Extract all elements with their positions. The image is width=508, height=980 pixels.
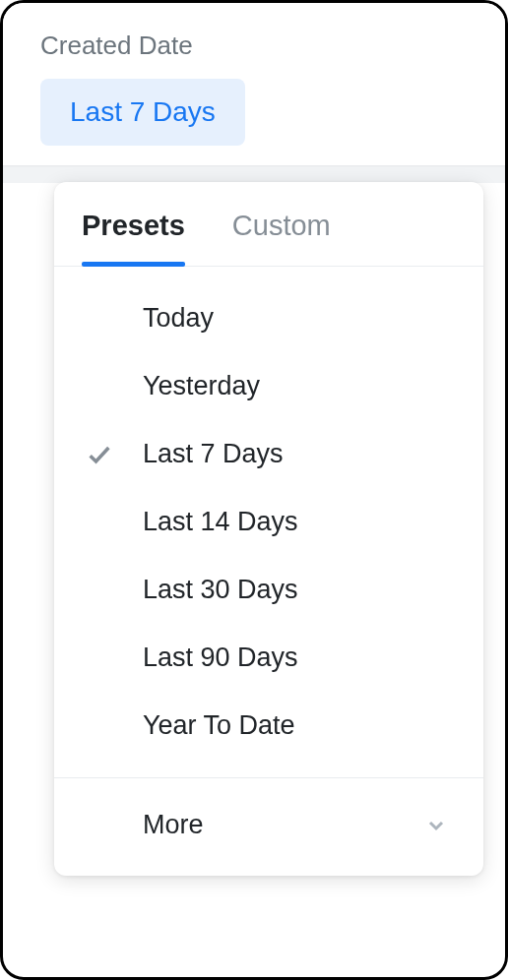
preset-option-year-to-date[interactable]: Year To Date <box>54 692 483 760</box>
check-icon <box>86 441 113 468</box>
presets-list: Today Yesterday Last 7 Days Last 14 Days <box>54 267 483 777</box>
tab-presets[interactable]: Presets <box>82 182 185 266</box>
preset-label: Today <box>143 303 214 334</box>
more-button[interactable]: More <box>54 778 483 876</box>
tab-custom[interactable]: Custom <box>232 182 331 266</box>
preset-label: Yesterday <box>143 371 260 401</box>
preset-option-last-30-days[interactable]: Last 30 Days <box>54 556 483 624</box>
more-label: More <box>143 810 204 840</box>
tabs-bar: Presets Custom <box>54 182 483 267</box>
header-area: Created Date Last 7 Days <box>3 3 505 165</box>
filter-label: Created Date <box>40 31 468 61</box>
preset-option-yesterday[interactable]: Yesterday <box>54 352 483 420</box>
preset-option-today[interactable]: Today <box>54 284 483 352</box>
preset-label: Last 90 Days <box>143 643 298 673</box>
preset-option-last-14-days[interactable]: Last 14 Days <box>54 488 483 556</box>
preset-option-last-7-days[interactable]: Last 7 Days <box>54 420 483 488</box>
date-dropdown-panel: Presets Custom Today Yesterday <box>54 182 483 876</box>
preset-label: Year To Date <box>143 710 295 741</box>
preset-label: Last 30 Days <box>143 575 298 605</box>
preset-option-last-90-days[interactable]: Last 90 Days <box>54 624 483 692</box>
check-slot <box>82 441 143 468</box>
selected-date-chip[interactable]: Last 7 Days <box>40 79 245 146</box>
preset-label: Last 14 Days <box>143 507 298 537</box>
chevron-down-icon <box>424 814 448 837</box>
preset-label: Last 7 Days <box>143 439 284 469</box>
divider <box>3 165 505 183</box>
more-section: More <box>54 777 483 876</box>
date-picker-frame: Created Date Last 7 Days Presets Custom … <box>0 0 508 980</box>
